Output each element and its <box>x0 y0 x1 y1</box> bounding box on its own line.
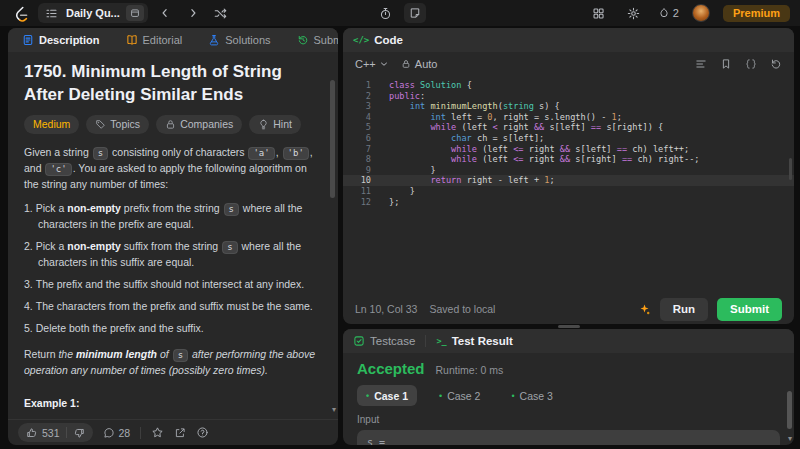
code-line[interactable]: 12}; <box>343 197 794 208</box>
code-line[interactable]: 11 } <box>343 186 794 197</box>
bookmark-icon[interactable] <box>720 58 732 70</box>
avatar[interactable] <box>692 4 710 22</box>
text-segment: The prefix and the suffix should not int… <box>36 278 304 290</box>
submit-button[interactable]: Submit <box>717 298 782 321</box>
step-number: 5. <box>24 322 33 334</box>
tab-test-result[interactable]: Test Result <box>452 335 513 347</box>
text-segment: Pick a <box>36 202 68 214</box>
daily-question-button[interactable] <box>126 5 144 21</box>
like-button[interactable]: 531 <box>26 427 60 439</box>
language-selector[interactable]: C++ <box>355 58 389 70</box>
problem-description[interactable]: 1750. Minimum Length of String After Del… <box>8 52 338 419</box>
tab-submissions[interactable]: Submissions <box>293 34 338 46</box>
tab-editorial[interactable]: Editorial <box>122 34 187 46</box>
testcase-input[interactable]: s = <box>357 430 780 445</box>
companies-badge[interactable]: Companies <box>156 115 242 134</box>
description-scrollbar[interactable] <box>330 80 335 198</box>
text-segment: Delete both the prefix and the suffix. <box>36 322 204 334</box>
leetcode-logo[interactable] <box>10 3 32 23</box>
code-token: while <box>430 122 456 132</box>
code-tab-label[interactable]: Code <box>374 34 403 46</box>
problem-list-button[interactable] <box>42 3 60 23</box>
scroll-down-arrow[interactable]: ▾ <box>332 402 336 417</box>
text-segment: The characters from the prefix and suffi… <box>36 300 313 312</box>
code-line[interactable]: 3 int minimumLength(string s) { <box>343 101 794 112</box>
code-line[interactable]: 2public: <box>343 91 794 102</box>
algorithm-step: 3.The prefix and the suffix should not i… <box>24 277 320 292</box>
help-button[interactable] <box>196 426 209 439</box>
favorite-button[interactable] <box>151 426 164 439</box>
lock-icon <box>165 119 176 130</box>
code-line[interactable]: 5 while (left < right && s[left] == s[ri… <box>343 122 794 133</box>
tab-solutions[interactable]: Solutions <box>204 34 274 46</box>
flame-icon <box>658 7 670 19</box>
case-tab-1[interactable]: •Case 1 <box>357 385 417 406</box>
code-editor[interactable]: 1class Solution {2public:3 int minimumLe… <box>343 76 794 294</box>
code-token <box>389 144 451 154</box>
difficulty-badge[interactable]: Medium <box>24 115 79 134</box>
case-tab-3[interactable]: •Case 3 <box>502 385 561 406</box>
test-scroll-down-arrow[interactable]: ▾ <box>788 434 792 443</box>
code-token: string <box>503 101 534 111</box>
terminal-icon: >_ <box>436 336 446 346</box>
thumbs-down-icon <box>73 427 85 439</box>
return-note: Return the minimum length of s after per… <box>24 347 320 378</box>
topbar-right: 2 Premium <box>588 3 790 23</box>
notes-button[interactable] <box>404 3 426 23</box>
code-token: (left <box>456 122 492 132</box>
shuffle-icon <box>214 7 227 20</box>
braces-icon[interactable] <box>745 58 757 70</box>
code-line[interactable]: 7 while (left <= right && s[left] == ch)… <box>343 144 794 155</box>
code-line[interactable]: 1class Solution { <box>343 80 794 91</box>
prev-question-button[interactable] <box>154 3 176 23</box>
description-footer: 531 28 <box>8 419 338 445</box>
layout-button[interactable] <box>588 3 610 23</box>
share-button[interactable] <box>174 427 186 439</box>
code-token: minimumLength <box>430 101 497 111</box>
hint-badge[interactable]: Hint <box>249 115 301 134</box>
comments-button[interactable]: 28 <box>103 427 131 439</box>
topics-badge[interactable]: Topics <box>86 115 149 134</box>
editor-status-bar: Ln 10, Col 33 Saved to local Run Submit <box>343 294 794 324</box>
code-line[interactable]: 10 return right - left + 1; <box>343 175 794 186</box>
run-button[interactable]: Run <box>660 298 708 321</box>
footer-divider <box>140 427 141 439</box>
code-text: int minimumLength(string s) { <box>371 101 560 112</box>
algorithm-step: 4.The characters from the prefix and suf… <box>24 299 320 314</box>
timer-button[interactable] <box>374 3 396 23</box>
settings-button[interactable] <box>623 3 645 23</box>
companies-label: Companies <box>180 117 233 132</box>
random-question-button[interactable] <box>210 3 232 23</box>
auto-sync-toggle[interactable]: Auto <box>401 58 438 70</box>
editor-scrollbar[interactable] <box>789 158 792 180</box>
tab-description[interactable]: Description <box>18 34 104 46</box>
tab-testcase[interactable]: Testcase <box>370 335 415 347</box>
vote-divider <box>66 427 67 438</box>
description-panel-tabs: DescriptionEditorialSolutionsSubmissions <box>8 28 338 52</box>
code-line[interactable]: 4 int left = 0, right = s.length() - 1; <box>343 112 794 123</box>
code-line[interactable]: 9 } <box>343 165 794 176</box>
test-scrollbar[interactable] <box>787 391 792 429</box>
next-question-button[interactable] <box>182 3 204 23</box>
editorial-icon <box>126 34 138 46</box>
reset-icon[interactable] <box>770 58 782 70</box>
case-tabs: •Case 1•Case 2•Case 3 <box>357 385 780 406</box>
streak-counter[interactable]: 2 <box>658 7 679 19</box>
ai-helper-icon[interactable] <box>638 303 651 316</box>
format-icon[interactable] <box>695 58 707 70</box>
case-tab-2[interactable]: •Case 2 <box>430 385 489 406</box>
line-number: 5 <box>343 122 371 133</box>
lock-icon <box>401 59 411 69</box>
code-line[interactable]: 6 char ch = s[left]; <box>343 133 794 144</box>
premium-button[interactable]: Premium <box>723 5 790 22</box>
text-segment: Pick a <box>36 240 68 252</box>
dislike-button[interactable] <box>73 427 85 439</box>
code-line[interactable]: 8 while (left <= right && s[right] == ch… <box>343 154 794 165</box>
code-token: int <box>410 101 426 111</box>
code-token: ch) left++; <box>627 144 689 154</box>
problem-list-label[interactable]: Daily Qu... <box>64 7 122 19</box>
code-token: }; <box>389 197 399 207</box>
text-segment: of <box>157 348 172 360</box>
like-count: 531 <box>42 427 60 439</box>
inline-code: s <box>222 241 237 254</box>
